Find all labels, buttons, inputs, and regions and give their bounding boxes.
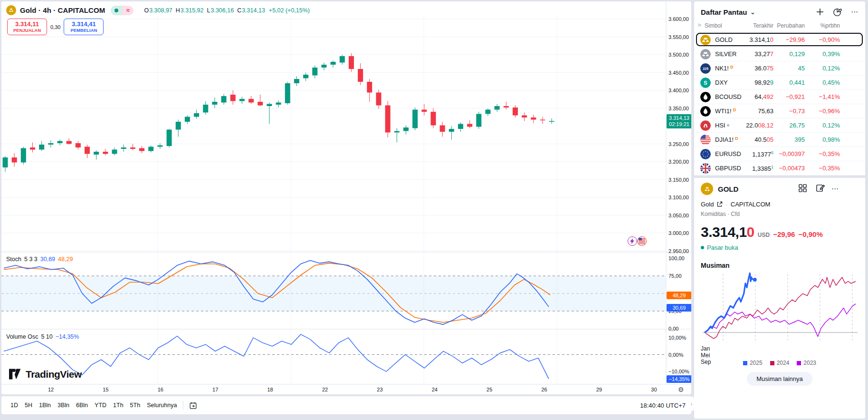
delayed-data-marker: D xyxy=(730,65,734,69)
add-symbol-icon[interactable] xyxy=(816,8,824,16)
price-tick: 3.350,00 xyxy=(668,105,691,112)
range-5th[interactable]: 5Th xyxy=(127,400,144,410)
approx-toggle-icon[interactable]: ≈ xyxy=(122,6,134,15)
symbol-title[interactable]: Gold · 4h · CAPITALCOM xyxy=(20,6,105,14)
watchlist-column-headers[interactable]: ⚑ Simbol Terakhir Perubahan %prbhn xyxy=(694,20,865,33)
watchlist-row-silver[interactable]: SILVER33,2770,1290,39% xyxy=(694,47,865,61)
watchlist-row-dxy[interactable]: SDXY98,9290,4410,45% xyxy=(694,76,865,90)
nk-icon: 225 xyxy=(700,63,711,74)
time-tick: 16 xyxy=(158,387,163,392)
seasonal-more-button[interactable]: Musiman lainnya xyxy=(747,372,812,386)
market-open-dot-icon[interactable] xyxy=(111,6,122,15)
stoch-tick: 75,00 xyxy=(668,273,691,279)
watchlist-row-wti1[interactable]: WTI1!D75,63−0,73−0,96% xyxy=(694,104,865,118)
watchlist-row-hsi[interactable]: HSI22.008,1226,750,12% xyxy=(694,118,865,133)
price-tick: 3.550,00 xyxy=(668,34,691,40)
detail-menu-icon[interactable]: ⋯ xyxy=(831,185,839,193)
seasonal-x-labels: JanMeiSep xyxy=(701,345,858,353)
watchlist-row-nk1[interactable]: 225NK1!D36.075450,12% xyxy=(694,61,865,76)
chart-panel: Gold · 4h · CAPITALCOM ≈ O3.308,97 H3.31… xyxy=(1,1,691,394)
stoch-indicator-label[interactable]: Stoch 5 3 3 30,69 48,29 xyxy=(6,256,73,263)
seasonal-chart[interactable] xyxy=(701,272,859,343)
price-tick: 3.050,00 xyxy=(668,212,691,219)
gold-coin-icon xyxy=(701,183,713,195)
range-1d[interactable]: 1D xyxy=(7,400,21,410)
volosc-tick: 0,00% xyxy=(668,352,691,358)
oil-icon xyxy=(700,106,711,117)
price-tick: 2.950,00 xyxy=(668,248,691,254)
range-ytd[interactable]: YTD xyxy=(91,400,110,410)
chevron-down-icon[interactable]: ⌄ xyxy=(750,8,756,16)
external-link-icon[interactable] xyxy=(716,201,723,207)
watchlist-row-gold[interactable]: GOLD3.314,10−29,96−0,90% xyxy=(694,33,865,47)
chart-status-toggles[interactable]: ≈ xyxy=(111,6,134,15)
change-value: −0,73 xyxy=(789,107,805,115)
last-price: 98,929 xyxy=(754,79,773,86)
change-pct: 0,45% xyxy=(822,79,840,86)
hsi-icon xyxy=(700,120,711,131)
price-tick: 3.600,00 xyxy=(668,16,691,22)
symbol-name: GBPUSD xyxy=(715,165,741,172)
economic-event-icon[interactable] xyxy=(628,236,637,246)
range-6bln[interactable]: 6Bln xyxy=(73,400,91,410)
gold-coin-icon xyxy=(6,5,16,15)
sell-button[interactable]: 3.314,11 PENJUALAN xyxy=(7,19,47,35)
stoch-tick: 0,00 xyxy=(668,325,691,332)
change-value: 395 xyxy=(794,136,805,143)
time-tick: 29 xyxy=(596,387,602,392)
last-price: 75,63 xyxy=(758,107,773,115)
edit-note-icon[interactable] xyxy=(816,184,825,195)
range-5h[interactable]: 5H xyxy=(21,400,36,410)
time-tick: 12 xyxy=(48,387,54,392)
col-perubahan: Perubahan xyxy=(776,22,805,29)
symbol-name: DXY xyxy=(715,79,728,86)
last-price-badge: 3.314,13 02:19:21 xyxy=(667,114,691,128)
candlestick-chart[interactable] xyxy=(1,1,691,394)
volosc-badge: −14,35% xyxy=(667,375,691,383)
clock-timezone[interactable]: 18:40:40 UTC+7 xyxy=(640,402,686,409)
us-flag-event-icon[interactable] xyxy=(637,236,647,246)
range-1bln[interactable]: 1Bln xyxy=(36,400,54,410)
time-tick: 15 xyxy=(103,387,108,392)
change-pct: −0,90% xyxy=(819,36,840,43)
detail-name[interactable]: Gold xyxy=(701,201,714,208)
pie-edit-icon[interactable] xyxy=(833,7,842,17)
range-seluruhnya[interactable]: Seluruhnya xyxy=(143,400,180,410)
change-pct: 0,39% xyxy=(822,50,840,58)
watchlist-row-bcousd[interactable]: BCOUSD64,492−0,921−1,41% xyxy=(694,90,865,104)
buy-button[interactable]: 3.314,41 PEMBELIAN xyxy=(64,19,104,35)
symbol-name: HSI xyxy=(715,122,729,129)
seasonal-x-label: Mei xyxy=(701,352,858,359)
time-tick: 26 xyxy=(541,387,547,392)
bottom-toolbar: 1D5H1Bln3Bln6BlnYTD1Th5ThSeluruhnya 18:4… xyxy=(1,396,691,414)
volosc-indicator-label[interactable]: Volume Osc 5 10 −14,35% xyxy=(6,333,79,340)
collapse-panel-handle[interactable]: › xyxy=(688,397,695,411)
watchlist-title[interactable]: Daftar Pantau xyxy=(701,8,747,16)
grid-layout-icon[interactable] xyxy=(798,184,807,195)
stoch-d-value: 48,29 xyxy=(58,256,73,263)
change-pct: −1,41% xyxy=(819,93,840,100)
change-value: 0,129 xyxy=(789,50,805,58)
change-value: −0,00473 xyxy=(779,165,805,172)
time-tick: 22 xyxy=(322,387,328,392)
volosc-tick: 10,00% xyxy=(668,334,691,341)
svg-text:S: S xyxy=(704,80,707,86)
watchlist-row-gbpusd[interactable]: GBPUSD1,33851−0,00473−0,35% xyxy=(694,161,865,176)
goto-date-icon[interactable] xyxy=(189,401,197,410)
delayed-data-marker: D xyxy=(733,107,736,112)
gb-icon xyxy=(700,163,711,174)
watchlist-menu-icon[interactable]: ⋯ xyxy=(851,8,858,16)
range-3bln[interactable]: 3Bln xyxy=(54,400,73,410)
change-pct: −0,35% xyxy=(819,165,840,172)
price-tick: 3.450,00 xyxy=(668,69,691,76)
range-1th[interactable]: 1Th xyxy=(110,400,127,410)
delayed-data-marker: D xyxy=(735,136,738,141)
symbol-name: DJIA1!D xyxy=(715,136,738,143)
time-tick: 30 xyxy=(651,387,657,392)
watchlist-row-djia1[interactable]: DJIA1!D40.5053950,98% xyxy=(694,133,865,147)
gear-icon[interactable]: ⚙ xyxy=(678,386,684,393)
watchlist-row-eurusd[interactable]: EURUSD1,13776−0,00397−0,35% xyxy=(694,147,865,161)
last-price: 3.314,10 xyxy=(749,36,773,43)
last-price: 1,33851 xyxy=(752,165,773,172)
eu-icon xyxy=(700,149,711,159)
